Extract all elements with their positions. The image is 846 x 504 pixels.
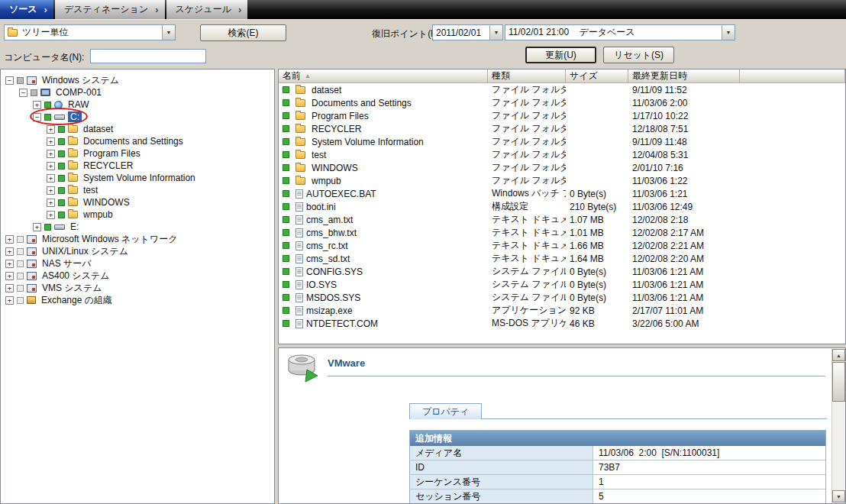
checkbox-icon[interactable]: [283, 125, 289, 132]
expand-icon[interactable]: +: [5, 247, 14, 256]
tree-item-label[interactable]: Documents and Settings: [81, 136, 186, 147]
checkbox-icon[interactable]: [283, 86, 289, 93]
file-row[interactable]: testファイル フォルダ12/04/08 5:31: [279, 148, 845, 161]
tree-item[interactable]: −COMP-001: [1, 86, 274, 99]
collapse-icon[interactable]: −: [19, 89, 27, 97]
checkbox-icon[interactable]: [17, 236, 24, 243]
tree-item-label[interactable]: RECYCLER: [81, 160, 135, 171]
checkbox-icon[interactable]: [58, 175, 65, 182]
file-row[interactable]: IO.SYSシステム ファイル0 Byte(s)11/03/06 1:21 AM: [279, 278, 845, 291]
expand-icon[interactable]: +: [5, 272, 14, 280]
file-name[interactable]: WINDOWS: [312, 163, 358, 173]
file-row[interactable]: CONFIG.SYSシステム ファイル0 Byte(s)11/03/06 1:2…: [279, 265, 845, 278]
checkbox-icon[interactable]: [283, 307, 289, 314]
checkbox-icon[interactable]: [44, 224, 51, 231]
file-name[interactable]: IO.SYS: [306, 279, 337, 290]
expand-icon[interactable]: +: [5, 284, 14, 292]
expand-icon[interactable]: +: [47, 211, 55, 219]
tree-item[interactable]: +VMS システム: [1, 282, 274, 294]
expand-icon[interactable]: +: [47, 174, 55, 183]
checkbox-icon[interactable]: [44, 114, 51, 121]
tab-properties[interactable]: プロパティ: [409, 403, 482, 419]
checkbox-icon[interactable]: [58, 138, 65, 145]
expand-icon[interactable]: +: [33, 223, 41, 231]
tree-item[interactable]: +Exchange の組織: [1, 294, 274, 306]
file-name[interactable]: dataset: [312, 85, 341, 95]
checkbox-icon[interactable]: [283, 138, 289, 145]
recovery-date-dropdown[interactable]: 2011/02/01 ▼: [432, 24, 503, 40]
details-scrollbar[interactable]: ▲ ▼: [831, 349, 844, 502]
tree-item[interactable]: +WINDOWS: [1, 196, 274, 208]
expand-icon[interactable]: +: [5, 260, 14, 268]
tree-item[interactable]: +RAW: [1, 99, 274, 111]
column-header[interactable]: 名前▲: [279, 69, 488, 83]
expand-icon[interactable]: +: [47, 162, 55, 170]
checkbox-icon[interactable]: [283, 203, 289, 210]
checkbox-icon[interactable]: [58, 163, 65, 170]
file-row[interactable]: MSDOS.SYSシステム ファイル0 Byte(s)11/03/06 1:21…: [279, 291, 845, 304]
checkbox-icon[interactable]: [58, 199, 65, 206]
expand-icon[interactable]: +: [47, 125, 55, 134]
tree-item-label[interactable]: WINDOWS: [81, 197, 132, 208]
tree-item[interactable]: −C:: [1, 111, 274, 123]
tree-item-label[interactable]: dataset: [81, 124, 115, 134]
checkbox-icon[interactable]: [283, 320, 289, 327]
dropdown-arrow-icon[interactable]: ▼: [489, 25, 502, 40]
dropdown-arrow-icon[interactable]: ▼: [162, 25, 175, 40]
checkbox-icon[interactable]: [58, 187, 65, 194]
checkbox-icon[interactable]: [58, 126, 65, 133]
file-name[interactable]: cms_bhw.txt: [306, 228, 357, 238]
file-name[interactable]: Program Files: [312, 111, 369, 121]
tree-item[interactable]: +UNIX/Linux システム: [1, 245, 274, 257]
file-row[interactable]: System Volume Informationファイル フォルダ9/11/0…: [279, 135, 845, 148]
expand-icon[interactable]: +: [47, 186, 55, 195]
tree-item[interactable]: +Microsoft Windows ネットワーク: [1, 233, 274, 245]
tree-item[interactable]: +test: [1, 184, 274, 196]
expand-icon[interactable]: +: [33, 101, 41, 109]
recovery-session-dropdown[interactable]: 11/02/01 21:00 データベース ▼: [505, 24, 735, 40]
collapse-icon[interactable]: −: [33, 113, 41, 121]
column-header[interactable]: 最終更新日時: [628, 69, 740, 83]
checkbox-icon[interactable]: [58, 150, 65, 157]
checkbox-icon[interactable]: [283, 164, 289, 171]
tab-item[interactable]: デスティネーション›: [55, 0, 165, 19]
tree-unit-dropdown[interactable]: ツリー単位 ▼: [4, 24, 176, 40]
tree-item[interactable]: +E:: [1, 221, 274, 233]
tree-item-label[interactable]: C:: [68, 111, 82, 122]
collapse-icon[interactable]: −: [5, 76, 14, 85]
file-name[interactable]: cms_am.txt: [306, 215, 353, 225]
checkbox-icon[interactable]: [283, 294, 289, 301]
tree-item-label[interactable]: RAW: [66, 99, 92, 110]
file-name[interactable]: cms_rc.txt: [306, 241, 348, 251]
scroll-down-icon[interactable]: ▼: [832, 490, 845, 502]
file-name[interactable]: RECYCLER: [312, 124, 361, 134]
tree-item-label[interactable]: Microsoft Windows ネットワーク: [40, 233, 179, 246]
file-row[interactable]: datasetファイル フォルダ9/11/09 11:52: [279, 83, 845, 96]
file-row[interactable]: Program Filesファイル フォルダ1/17/10 10:22: [279, 109, 845, 122]
tree-item[interactable]: +wmpub: [1, 208, 274, 221]
column-header[interactable]: サイズ: [566, 69, 628, 83]
tree-item-label[interactable]: Exchange の組織: [39, 294, 115, 307]
file-row[interactable]: cms_rc.txtテキスト ドキュメント1.66 MB12/02/08 2:2…: [279, 239, 845, 252]
file-row[interactable]: WINDOWSファイル フォルダ2/01/10 7:16: [279, 161, 845, 174]
expand-icon[interactable]: +: [47, 199, 55, 207]
tree-item-label[interactable]: VMS システム: [40, 282, 104, 295]
checkbox-icon[interactable]: [31, 89, 37, 96]
reset-button[interactable]: リセット(S): [603, 47, 674, 63]
file-name[interactable]: Documents and Settings: [312, 98, 412, 108]
file-name[interactable]: NTDETECT.COM: [306, 318, 378, 329]
checkbox-icon[interactable]: [44, 102, 51, 108]
checkbox-icon[interactable]: [283, 242, 289, 249]
checkbox-icon[interactable]: [283, 112, 289, 119]
expand-icon[interactable]: +: [5, 296, 14, 305]
file-row[interactable]: NTDETECT.COMMS-DOS アプリケーション46 KB3/22/06 …: [279, 317, 845, 330]
file-name[interactable]: msizap.exe: [306, 305, 353, 316]
file-name[interactable]: boot.ini: [306, 202, 336, 212]
checkbox-icon[interactable]: [283, 281, 289, 288]
tab-item[interactable]: スケジュール›: [166, 0, 248, 19]
checkbox-icon[interactable]: [17, 77, 24, 84]
tab-active[interactable]: ソース›: [0, 0, 53, 19]
checkbox-icon[interactable]: [17, 285, 24, 292]
tree-item-label[interactable]: Program Files: [81, 148, 143, 159]
tree-item-label[interactable]: wmpub: [81, 209, 115, 220]
